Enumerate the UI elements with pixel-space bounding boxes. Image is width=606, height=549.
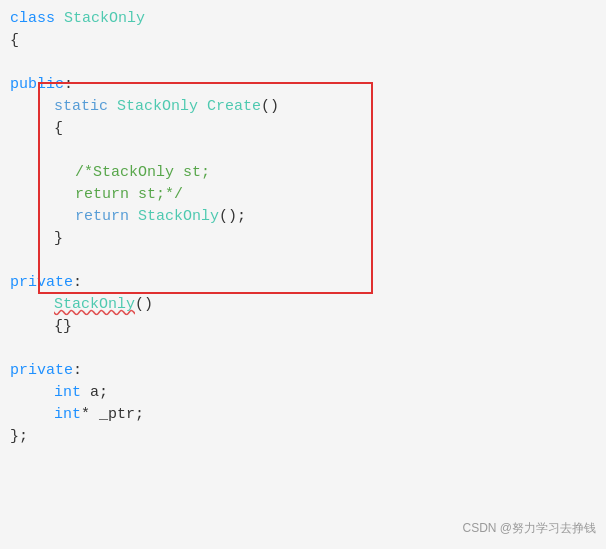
return-stackonly: StackOnly bbox=[138, 208, 219, 225]
constructor-stackonly: StackOnly bbox=[54, 296, 135, 313]
code-line-8: /*StackOnly st; bbox=[10, 164, 606, 186]
code-line-14: StackOnly () bbox=[10, 296, 606, 318]
code-line-6: { bbox=[10, 120, 606, 142]
code-line-20: }; bbox=[10, 428, 606, 450]
code-line-5: static StackOnly Create () bbox=[10, 98, 606, 120]
code-line-4: public : bbox=[10, 76, 606, 98]
code-line-17: private : bbox=[10, 362, 606, 384]
keyword-int-a: int bbox=[54, 384, 81, 401]
code-line-13: private : bbox=[10, 274, 606, 296]
func-create: Create bbox=[207, 98, 261, 115]
code-line-10: return StackOnly (); bbox=[10, 208, 606, 230]
keyword-int-ptr: int bbox=[54, 406, 81, 423]
code-line-18: int a; bbox=[10, 384, 606, 406]
classname-stackonly: StackOnly bbox=[64, 10, 145, 27]
keyword-static: static bbox=[54, 98, 108, 115]
code-line-15: {} bbox=[10, 318, 606, 340]
keyword-public: public bbox=[10, 76, 64, 93]
keyword-class: class bbox=[10, 10, 55, 27]
comment-return-st: return st;*/ bbox=[75, 186, 183, 203]
code-editor: class StackOnly { public : static StackO… bbox=[0, 0, 606, 549]
code-line-3 bbox=[10, 54, 606, 76]
code-line-12 bbox=[10, 252, 606, 274]
code-line-19: int * _ptr; bbox=[10, 406, 606, 428]
code-line-9: return st;*/ bbox=[10, 186, 606, 208]
watermark: CSDN @努力学习去挣钱 bbox=[462, 520, 596, 537]
code-line-2: { bbox=[10, 32, 606, 54]
keyword-return: return bbox=[75, 208, 129, 225]
code-line-7 bbox=[10, 142, 606, 164]
code-line-16 bbox=[10, 340, 606, 362]
code-line-1: class StackOnly bbox=[10, 10, 606, 32]
code-line-11: } bbox=[10, 230, 606, 252]
keyword-private-2: private bbox=[10, 362, 73, 379]
type-stackonly: StackOnly bbox=[117, 98, 198, 115]
keyword-private-1: private bbox=[10, 274, 73, 291]
comment-stackonly-st: /*StackOnly st; bbox=[75, 164, 210, 181]
